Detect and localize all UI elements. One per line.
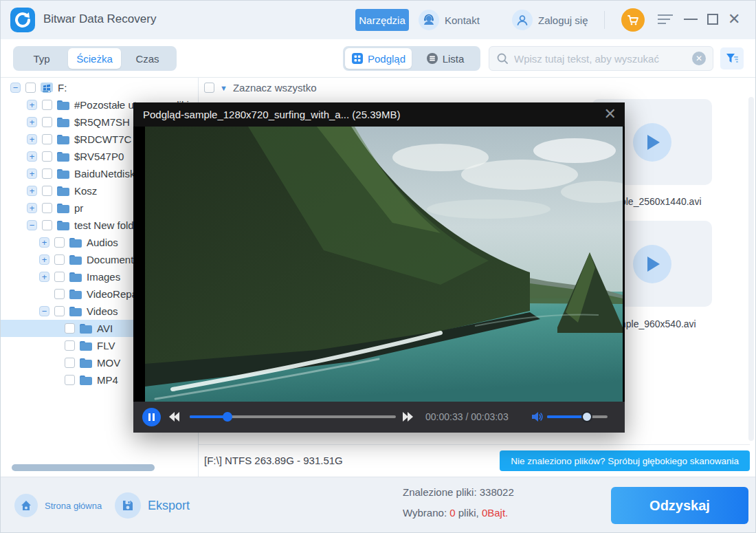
cart-button[interactable] <box>621 8 645 32</box>
menu-icon[interactable] <box>658 14 673 25</box>
volume-icon[interactable] <box>531 411 544 426</box>
progress-bar[interactable] <box>190 415 396 418</box>
view-preview-label: Podgląd <box>368 53 405 65</box>
contact-button[interactable]: Kontakt <box>419 10 480 30</box>
expand-icon[interactable] <box>27 186 37 196</box>
rewind-icon[interactable] <box>169 412 180 422</box>
folder-icon <box>69 272 82 282</box>
maximize-button[interactable] <box>707 14 718 25</box>
checkbox[interactable] <box>42 117 52 127</box>
expand-icon[interactable] <box>27 134 37 144</box>
volume-thumb[interactable] <box>581 411 592 422</box>
toolbar: Typ Ścieżka Czas Podgląd Lista ✕ <box>1 39 756 78</box>
expand-icon[interactable] <box>39 237 49 248</box>
tree-item-label: $R5QM7SH <box>74 116 130 128</box>
expand-icon[interactable] <box>39 254 49 265</box>
checkbox[interactable] <box>54 272 65 282</box>
view-preview-button[interactable]: Podgląd <box>345 48 412 69</box>
home-icon <box>14 494 38 517</box>
checkbox[interactable] <box>65 323 75 334</box>
folder-icon <box>57 152 69 162</box>
tab-typ[interactable]: Typ <box>15 48 68 69</box>
expand-icon[interactable] <box>27 203 37 213</box>
home-button[interactable]: Strona główna <box>14 494 102 517</box>
vertical-scrollbar[interactable] <box>748 97 754 441</box>
video-frame <box>133 127 625 402</box>
expand-icon[interactable] <box>27 168 37 179</box>
tab-sciezka[interactable]: Ścieżka <box>68 48 121 69</box>
tree-item-label: pr <box>74 202 83 214</box>
grid-icon <box>351 52 364 65</box>
select-all-checkbox[interactable] <box>204 83 214 93</box>
export-button[interactable]: Eksport <box>115 492 190 519</box>
close-button[interactable]: ✕ <box>728 11 740 28</box>
chevron-down-icon[interactable]: ▼ <box>220 84 227 92</box>
checkbox[interactable] <box>65 375 75 385</box>
expand-icon[interactable] <box>27 100 37 110</box>
minimize-button[interactable] <box>684 19 698 20</box>
checkbox[interactable] <box>25 83 36 93</box>
folder-icon <box>80 376 92 385</box>
checkbox[interactable] <box>42 186 52 196</box>
checkbox[interactable] <box>54 254 65 265</box>
collapse-icon[interactable] <box>27 220 37 230</box>
tree-item-label: MP4 <box>97 374 118 386</box>
app-title: Bitwar Data Recovery <box>43 12 156 26</box>
recover-button[interactable]: Odzyskaj <box>611 487 748 524</box>
checkbox[interactable] <box>54 289 65 299</box>
play-icon[interactable] <box>633 245 671 283</box>
checkbox[interactable] <box>54 237 65 248</box>
tree-item-label: Kosz <box>74 185 97 197</box>
expand-icon[interactable] <box>27 151 37 162</box>
horizontal-scrollbar[interactable] <box>12 464 155 471</box>
folder-icon <box>57 186 69 196</box>
fast-forward-icon[interactable] <box>403 412 414 422</box>
contact-label: Kontakt <box>445 14 480 26</box>
selected-size: 0Bajt. <box>482 507 508 519</box>
pause-button[interactable] <box>142 408 161 426</box>
checkbox[interactable] <box>65 358 75 368</box>
headset-icon <box>419 10 439 30</box>
tree-item-drive-f[interactable]: F: <box>1 79 199 96</box>
checkbox[interactable] <box>42 168 52 179</box>
preview-modal-header: Podgląd-sample_1280x720_surfing_with_a..… <box>133 102 625 127</box>
cart-icon <box>627 14 639 26</box>
tree-item-label: Audios <box>87 237 118 248</box>
checkbox[interactable] <box>42 203 52 213</box>
funnel-icon <box>725 52 739 65</box>
login-button[interactable]: Zaloguj się <box>512 10 588 30</box>
login-label: Zaloguj się <box>538 14 588 26</box>
time-display: 00:00:33 / 00:03:03 <box>425 411 509 422</box>
volume-slider[interactable] <box>547 415 608 418</box>
checkbox[interactable] <box>42 134 52 144</box>
checkbox[interactable] <box>42 100 52 110</box>
tools-button[interactable]: Narzędzia <box>355 9 409 31</box>
checkbox[interactable] <box>54 306 65 316</box>
checkbox[interactable] <box>42 220 52 230</box>
search-input[interactable] <box>514 53 692 65</box>
search-icon <box>496 52 509 65</box>
progress-thumb[interactable] <box>223 412 232 422</box>
view-list-button[interactable]: Lista <box>412 48 478 69</box>
preview-close-icon[interactable]: ✕ <box>604 105 616 123</box>
folder-icon <box>57 169 69 179</box>
deep-scan-button[interactable]: Nie znaleziono plików? Spróbuj głębokieg… <box>500 450 750 471</box>
preview-modal: Podgląd-sample_1280x720_surfing_with_a..… <box>133 102 625 433</box>
folder-icon <box>57 204 69 213</box>
expand-icon[interactable] <box>27 117 37 127</box>
tab-czas[interactable]: Czas <box>121 48 174 69</box>
collapse-icon[interactable] <box>39 306 49 316</box>
view-list-label: Lista <box>443 53 465 65</box>
found-files-count: Znalezione pliki: 338022 <box>403 486 514 498</box>
play-icon[interactable] <box>633 123 671 162</box>
collapse-icon[interactable] <box>10 83 21 93</box>
checkbox[interactable] <box>42 151 52 162</box>
tree-item-label: F: <box>58 82 67 94</box>
filter-button[interactable] <box>720 47 744 69</box>
search-clear-icon[interactable]: ✕ <box>692 52 706 65</box>
expand-icon[interactable] <box>39 272 49 282</box>
tree-item-label: Images <box>87 271 120 283</box>
footer: Strona główna Eksport Znalezione pliki: … <box>1 477 756 533</box>
titlebar: Bitwar Data Recovery Narzędzia Kontakt Z… <box>1 1 756 39</box>
checkbox[interactable] <box>65 340 75 351</box>
